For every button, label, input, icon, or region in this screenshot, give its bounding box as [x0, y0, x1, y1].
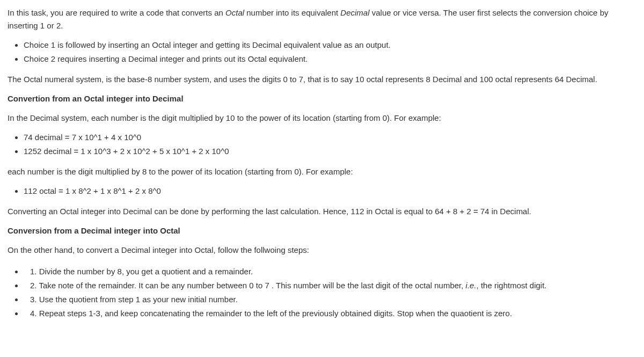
- step-2-text-a: 2. Take note of the remainder. It can be…: [30, 281, 466, 290]
- octal-example-list: 112 octal = 1 x 8^2 + 1 x 8^1 + 2 x 8^0: [8, 185, 636, 198]
- heading-octal-to-decimal: Convertion from an Octal integer into De…: [8, 92, 636, 105]
- octal-example-1: 112 octal = 1 x 8^2 + 1 x 8^1 + 2 x 8^0: [24, 185, 636, 198]
- octal-definition: The Octal numeral system, is the base-8 …: [8, 73, 636, 86]
- octal-explanation: each number is the digit multiplied by 8…: [8, 165, 636, 178]
- step-4: 4. Repeat steps 1-3, and keep concatenat…: [24, 307, 636, 320]
- choice-item-2: Choice 2 requires inserting a Decimal in…: [24, 53, 636, 65]
- decimal-example-list: 74 decimal = 7 x 10^1 + 4 x 10^0 1252 de…: [8, 131, 636, 158]
- intro-paragraph: In this task, you are required to write …: [8, 6, 636, 32]
- step-2: 2. Take note of the remainder. It can be…: [24, 279, 636, 292]
- decimal-explanation: In the Decimal system, each number is th…: [8, 112, 636, 125]
- step-1: 1. Divide the number by 8, you get a quo…: [24, 265, 636, 278]
- heading-decimal-to-octal-text: Conversion from a Decimal integer into O…: [8, 226, 180, 235]
- decimal-example-2: 1252 decimal = 1 x 10^3 + 2 x 10^2 + 5 x…: [24, 145, 636, 158]
- heading-decimal-to-octal: Conversion from a Decimal integer into O…: [8, 224, 636, 237]
- decimal-term: Decimal: [340, 8, 369, 17]
- step-3: 3. Use the quotient from step 1 as your …: [24, 293, 636, 306]
- intro-text-2: number into its equivalent: [244, 8, 340, 17]
- dec-to-oct-intro: On the other hand, to convert a Decimal …: [8, 244, 636, 257]
- octal-term: Octal: [225, 8, 244, 17]
- choice-list: Choice 1 is followed by inserting an Oct…: [8, 39, 636, 65]
- choice-item-1: Choice 1 is followed by inserting an Oct…: [24, 39, 636, 52]
- heading-octal-to-decimal-text: Convertion from an Octal integer into De…: [8, 94, 184, 103]
- steps-list: 1. Divide the number by 8, you get a quo…: [8, 265, 636, 320]
- octal-conclusion: Converting an Octal integer into Decimal…: [8, 205, 636, 218]
- intro-text-1: In this task, you are required to write …: [8, 8, 225, 17]
- decimal-example-1: 74 decimal = 7 x 10^1 + 4 x 10^0: [24, 131, 636, 144]
- step-2-ie: i.e.: [466, 281, 477, 290]
- step-2-text-c: , the rightmost digit.: [477, 281, 547, 290]
